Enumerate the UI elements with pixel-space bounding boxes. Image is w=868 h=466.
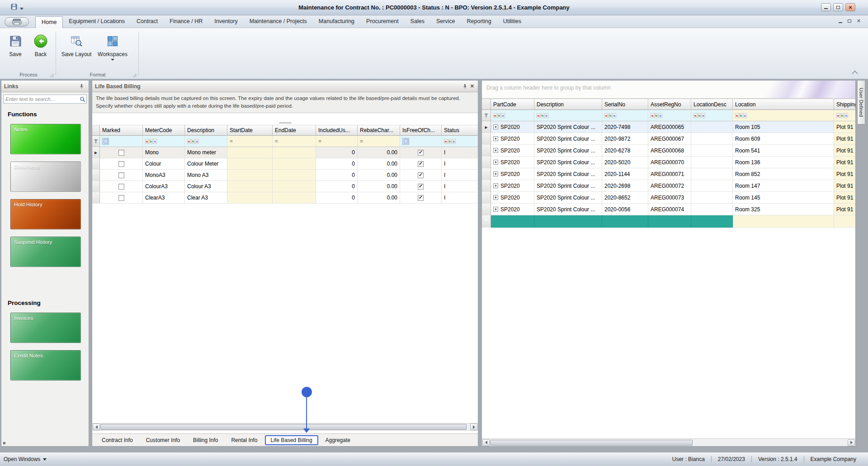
column-header-description[interactable]: Description bbox=[185, 125, 227, 136]
cell-meter-code[interactable]: Colour bbox=[143, 158, 185, 170]
workspaces-button[interactable]: Workspaces bbox=[94, 30, 131, 70]
cell-serial-no[interactable]: 2020-6278 bbox=[602, 145, 648, 157]
filter-cell-shipping[interactable]: abc bbox=[834, 110, 855, 121]
row-indicator[interactable] bbox=[482, 192, 491, 204]
group-by-panel[interactable]: Drag a column header here to group by th… bbox=[482, 81, 855, 99]
cell-serial-no[interactable]: 2020-2698 bbox=[602, 180, 648, 192]
cell-description[interactable]: SP2020 Sprint Colour ... bbox=[534, 157, 602, 168]
cell-meter-code[interactable]: MonoA3 bbox=[143, 170, 185, 181]
cell-location[interactable]: Room 147 bbox=[733, 180, 834, 192]
expand-row-icon[interactable] bbox=[493, 136, 498, 141]
billing-horizontal-scrollbar[interactable] bbox=[92, 423, 478, 431]
row-indicator[interactable] bbox=[482, 145, 491, 157]
ribbon-tab-equipment-locations[interactable]: Equipment / Locations bbox=[63, 15, 131, 28]
format-dialog-launcher-icon[interactable]: ◿ bbox=[133, 73, 136, 77]
checkbox-unchecked-icon[interactable] bbox=[118, 161, 124, 167]
cell-status[interactable]: I bbox=[442, 192, 478, 204]
cell-status[interactable]: I bbox=[442, 147, 478, 158]
cell-start-date[interactable] bbox=[227, 181, 273, 192]
checkbox-checked-icon[interactable] bbox=[418, 195, 424, 201]
cell-part-code[interactable]: SP2020 bbox=[491, 168, 534, 180]
checkbox-unchecked-icon[interactable] bbox=[118, 150, 124, 156]
cell-rebate-charge[interactable]: 0.00 bbox=[358, 147, 400, 158]
column-header-marked[interactable]: Marked bbox=[100, 125, 143, 136]
ribbon-tab-procurement[interactable]: Procurement bbox=[360, 15, 405, 28]
cell-part-code[interactable]: SP2020 bbox=[491, 192, 534, 204]
cell-description[interactable]: Clear A3 bbox=[185, 192, 227, 204]
cell-end-date[interactable] bbox=[273, 192, 316, 204]
child-close-button[interactable]: ✕ bbox=[857, 18, 861, 24]
cell-rebate-charge[interactable]: 0.00 bbox=[358, 192, 400, 204]
cell-included-usage[interactable]: 0 bbox=[316, 192, 358, 204]
cell-status[interactable]: I bbox=[442, 170, 478, 181]
equipment-horizontal-scrollbar[interactable] bbox=[482, 438, 855, 446]
column-header-rebatechar[interactable]: RebateChar... bbox=[358, 125, 400, 136]
cell-start-date[interactable] bbox=[227, 192, 273, 204]
cell-description[interactable]: SP2020 Sprint Colour ... bbox=[534, 121, 602, 133]
scroll-right-button[interactable] bbox=[470, 423, 477, 430]
cell-description[interactable]: SP2020 Sprint Colour ... bbox=[534, 180, 602, 192]
cell-serial-no[interactable]: 2020-9872 bbox=[602, 133, 648, 145]
cell-serial-no[interactable]: 2020-0056 bbox=[602, 204, 648, 215]
cell-location[interactable]: Room 105 bbox=[733, 121, 834, 133]
cell-location-desc[interactable] bbox=[691, 121, 733, 133]
cell-marked[interactable] bbox=[100, 192, 143, 204]
process-dialog-launcher-icon[interactable]: ◿ bbox=[50, 73, 53, 77]
cell-asset-reg-no[interactable]: AREG000071 bbox=[648, 168, 691, 180]
new-row-cell-asset-reg-no[interactable] bbox=[648, 215, 691, 228]
column-header-serialno[interactable]: SerialNo bbox=[602, 99, 648, 110]
ribbon-tab-sales[interactable]: Sales bbox=[405, 15, 430, 28]
expand-row-icon[interactable] bbox=[493, 124, 498, 129]
filter-cell-partcode[interactable]: abc bbox=[491, 110, 534, 121]
link-button-credit-notes[interactable]: Credit Notes bbox=[10, 350, 81, 380]
cell-asset-reg-no[interactable]: AREG000070 bbox=[648, 157, 691, 168]
splitter-grip[interactable] bbox=[279, 122, 292, 124]
new-row[interactable] bbox=[482, 215, 855, 228]
close-panel-icon[interactable]: ✕ bbox=[470, 83, 474, 89]
cell-description[interactable]: SP2020 Sprint Colour ... bbox=[534, 192, 602, 204]
cell-shipping[interactable]: Plot 91 bbox=[834, 133, 855, 145]
filter-cell-metercode[interactable]: abc bbox=[143, 136, 185, 147]
cell-description[interactable]: Colour A3 bbox=[185, 181, 227, 192]
close-button[interactable]: ✕ bbox=[845, 3, 855, 11]
tab-contract-info[interactable]: Contract Info bbox=[96, 436, 139, 445]
cell-start-date[interactable] bbox=[227, 158, 273, 170]
save-button[interactable]: Save bbox=[3, 30, 28, 70]
cell-shipping[interactable]: Plot 91 bbox=[834, 180, 855, 192]
user-defined-tab[interactable]: User Defined bbox=[857, 80, 865, 124]
filter-cell-serialno[interactable]: abc bbox=[602, 110, 648, 121]
new-row-cell-location-desc[interactable] bbox=[691, 215, 733, 228]
ribbon-tab-finance-hr[interactable]: Finance / HR bbox=[164, 15, 208, 28]
cell-location-desc[interactable] bbox=[691, 192, 733, 204]
link-button-suspend-history[interactable]: Suspend History bbox=[10, 237, 81, 267]
cell-included-usage[interactable]: 0 bbox=[316, 147, 358, 158]
ribbon-tab-service[interactable]: Service bbox=[430, 15, 461, 28]
cell-is-free[interactable] bbox=[400, 147, 442, 158]
cell-rebate-charge[interactable]: 0.00 bbox=[358, 158, 400, 170]
cell-end-date[interactable] bbox=[273, 181, 316, 192]
cell-location-desc[interactable] bbox=[691, 157, 733, 168]
cell-shipping[interactable]: Plot 91 bbox=[834, 168, 855, 180]
panel-scroll-chevron-icon[interactable]: « bbox=[3, 440, 5, 446]
search-input[interactable] bbox=[3, 95, 87, 104]
filter-cell-marked[interactable] bbox=[100, 136, 143, 147]
cell-shipping[interactable]: Plot 91 bbox=[834, 121, 855, 133]
pin-icon[interactable] bbox=[462, 84, 467, 89]
open-windows-button[interactable]: Open Windows bbox=[4, 456, 47, 462]
cell-shipping[interactable]: Plot 91 bbox=[834, 145, 855, 157]
link-button-invoices[interactable]: Invoices bbox=[10, 313, 81, 343]
filter-cell-startdate[interactable] bbox=[227, 136, 273, 147]
scroll-left-button[interactable] bbox=[93, 423, 100, 430]
child-minimize-button[interactable] bbox=[839, 19, 842, 23]
cell-asset-reg-no[interactable]: AREG000072 bbox=[648, 180, 691, 192]
scroll-thumb[interactable] bbox=[100, 424, 467, 430]
row-indicator[interactable] bbox=[92, 192, 100, 204]
filter-cell-enddate[interactable] bbox=[273, 136, 316, 147]
cell-description[interactable]: SP2020 Sprint Colour ... bbox=[534, 168, 602, 180]
row-indicator[interactable] bbox=[482, 180, 491, 192]
cell-meter-code[interactable]: ClearA3 bbox=[143, 192, 185, 204]
cell-description[interactable]: Mono A3 bbox=[185, 170, 227, 181]
ribbon-tab-utilities[interactable]: Utilities bbox=[497, 15, 527, 28]
cell-is-free[interactable] bbox=[400, 170, 442, 181]
filter-cell-includedus[interactable] bbox=[316, 136, 358, 147]
